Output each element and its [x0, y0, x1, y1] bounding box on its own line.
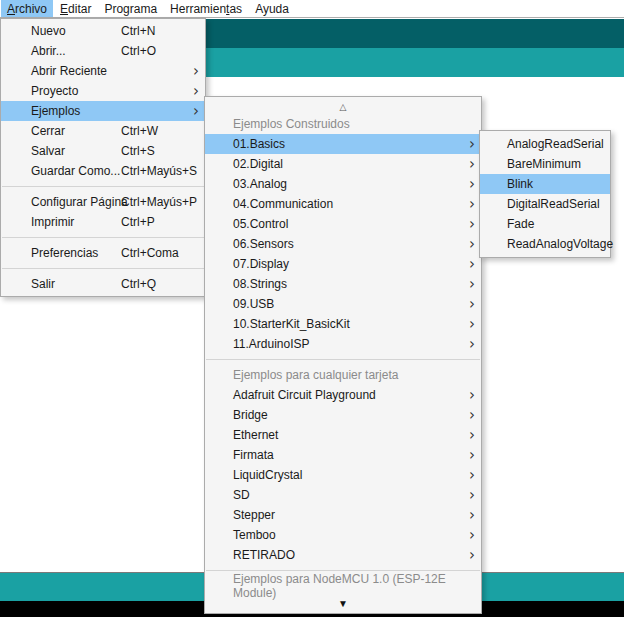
- menubar-label: rchivo: [15, 2, 47, 16]
- menu-item-label: 07.Display: [233, 257, 289, 271]
- examples-submenu: △ Ejemplos Construidos 01.Basics› 02.Dig…: [204, 96, 482, 614]
- menu-item-03-analog[interactable]: 03.Analog›: [205, 174, 481, 194]
- menu-item-label: Proyecto: [31, 84, 78, 98]
- menu-item-label: 06.Sensors: [233, 237, 294, 251]
- menu-item-label: BareMinimum: [507, 157, 581, 171]
- menu-item-firmata[interactable]: Firmata›: [205, 445, 481, 465]
- submenu-arrow-icon: ›: [469, 295, 475, 313]
- submenu-arrow-icon: ›: [469, 235, 475, 253]
- menu-separator: [2, 237, 204, 238]
- menu-item-label: Ethernet: [233, 428, 278, 442]
- menu-item-label: Ejemplos: [31, 104, 80, 118]
- section-header-label: Ejemplos para cualquier tarjeta: [233, 368, 398, 382]
- menu-item-08-strings[interactable]: 08.Strings›: [205, 274, 481, 294]
- menu-item-label: 10.StarterKit_BasicKit: [233, 317, 350, 331]
- menu-item-shortcut: Ctrl+Q: [121, 277, 156, 291]
- menu-item-fade[interactable]: Fade: [480, 214, 610, 234]
- menu-item-shortcut: Ctrl+Mayús+S: [121, 164, 197, 178]
- menu-item-shortcut: Ctrl+P: [121, 215, 155, 229]
- menu-item-ethernet[interactable]: Ethernet›: [205, 425, 481, 445]
- menu-item-nuevo[interactable]: NuevoCtrl+N: [1, 21, 205, 41]
- submenu-arrow-icon: ›: [469, 506, 475, 524]
- menu-item-shortcut: Ctrl+O: [121, 44, 156, 58]
- section-header-any-board: Ejemplos para cualquier tarjeta: [205, 365, 481, 385]
- menu-item-proyecto[interactable]: Proyecto›: [1, 81, 205, 101]
- menu-item-abrir[interactable]: Abrir...Ctrl+O: [1, 41, 205, 61]
- menu-item-label: AnalogReadSerial: [507, 137, 604, 151]
- menu-item-stepper[interactable]: Stepper›: [205, 505, 481, 525]
- menu-item-label: Bridge: [233, 408, 268, 422]
- menu-item-cerrar[interactable]: CerrarCtrl+W: [1, 121, 205, 141]
- menu-item-guardar-como[interactable]: Guardar Como...Ctrl+Mayús+S: [1, 161, 205, 181]
- menu-item-label: Preferencias: [31, 246, 98, 260]
- submenu-arrow-icon: ›: [469, 446, 475, 464]
- menu-item-readanalogvoltage[interactable]: ReadAnalogVoltage: [480, 234, 610, 254]
- menu-item-01-basics[interactable]: 01.Basics›: [205, 134, 481, 154]
- menu-item-label: ReadAnalogVoltage: [507, 237, 613, 251]
- menu-item-temboo[interactable]: Temboo›: [205, 525, 481, 545]
- menu-item-10-starterkit[interactable]: 10.StarterKit_BasicKit›: [205, 314, 481, 334]
- menu-item-02-digital[interactable]: 02.Digital›: [205, 154, 481, 174]
- submenu-arrow-icon: ›: [469, 175, 475, 193]
- menu-item-shortcut: Ctrl+N: [121, 24, 155, 38]
- menu-item-label: 05.Control: [233, 217, 288, 231]
- menu-item-abrir-reciente[interactable]: Abrir Reciente›: [1, 61, 205, 81]
- menu-item-label: DigitalReadSerial: [507, 197, 600, 211]
- section-header-board: Ejemplos para NodeMCU 1.0 (ESP-12E Modul…: [205, 576, 481, 596]
- submenu-arrow-icon: ›: [469, 155, 475, 173]
- menu-item-liquidcrystal[interactable]: LiquidCrystal›: [205, 465, 481, 485]
- menubar-item-programa[interactable]: Programa: [98, 0, 163, 17]
- scroll-up-icon[interactable]: △: [205, 99, 481, 114]
- menu-item-label: Blink: [507, 177, 533, 191]
- menu-item-analogreadserial[interactable]: AnalogReadSerial: [480, 134, 610, 154]
- menu-item-bridge[interactable]: Bridge›: [205, 405, 481, 425]
- menu-item-bareminimum[interactable]: BareMinimum: [480, 154, 610, 174]
- menu-item-label: Imprimir: [31, 215, 74, 229]
- menubar-label-accel: E: [60, 2, 68, 16]
- menubar-item-editar[interactable]: Editar: [54, 0, 97, 17]
- menu-item-ejemplos[interactable]: Ejemplos›: [1, 101, 205, 121]
- menu-item-label: Abrir Reciente: [31, 64, 107, 78]
- menu-item-label: 02.Digital: [233, 157, 283, 171]
- menu-separator: [2, 186, 204, 187]
- menu-item-label: LiquidCrystal: [233, 468, 302, 482]
- menu-item-blink[interactable]: Blink: [480, 174, 610, 194]
- menu-item-06-sensors[interactable]: 06.Sensors›: [205, 234, 481, 254]
- menu-item-label: Salir: [31, 277, 55, 291]
- menu-item-11-arduinoisp[interactable]: 11.ArduinoISP›: [205, 334, 481, 354]
- menu-item-05-control[interactable]: 05.Control›: [205, 214, 481, 234]
- menubar-item-ayuda[interactable]: Ayuda: [249, 0, 295, 17]
- submenu-arrow-icon: ›: [469, 215, 475, 233]
- submenu-arrow-icon: ›: [469, 426, 475, 444]
- menubar-item-herramientas[interactable]: Herramientas: [164, 0, 248, 17]
- submenu-arrow-icon: ›: [469, 486, 475, 504]
- menu-item-salir[interactable]: SalirCtrl+Q: [1, 274, 205, 294]
- menu-item-digitalreadserial[interactable]: DigitalReadSerial: [480, 194, 610, 214]
- menu-item-preferencias[interactable]: PreferenciasCtrl+Coma: [1, 243, 205, 263]
- submenu-arrow-icon: ›: [193, 62, 199, 80]
- menu-item-04-communication[interactable]: 04.Communication›: [205, 194, 481, 214]
- section-header-builtin: Ejemplos Construidos: [205, 114, 481, 134]
- menu-item-imprimir[interactable]: ImprimirCtrl+P: [1, 212, 205, 232]
- menu-item-label: Salvar: [31, 144, 65, 158]
- menu-item-07-display[interactable]: 07.Display›: [205, 254, 481, 274]
- menu-item-salvar[interactable]: SalvarCtrl+S: [1, 141, 205, 161]
- menu-item-label: Firmata: [233, 448, 274, 462]
- menu-item-09-usb[interactable]: 09.USB›: [205, 294, 481, 314]
- menubar-label: Herramien: [170, 2, 226, 16]
- menu-item-shortcut: Ctrl+Coma: [121, 246, 179, 260]
- menu-item-label: Abrir...: [31, 44, 66, 58]
- menubar-label: ditar: [68, 2, 91, 16]
- menu-separator: [206, 570, 480, 571]
- menu-item-shortcut: Ctrl+S: [121, 144, 155, 158]
- menu-item-label: 04.Communication: [233, 197, 333, 211]
- menu-item-configurar-pagina[interactable]: Configurar PáginaCtrl+Mayús+P: [1, 192, 205, 212]
- menu-item-adafruit-circuit-playground[interactable]: Adafruit Circuit Playground›: [205, 385, 481, 405]
- menubar-item-archivo[interactable]: Archivo: [1, 0, 53, 17]
- menu-item-label: Fade: [507, 217, 534, 231]
- basics-submenu: AnalogReadSerial BareMinimum Blink Digit…: [479, 130, 611, 258]
- menubar-label-accel: A: [7, 2, 15, 16]
- menu-item-sd[interactable]: SD›: [205, 485, 481, 505]
- menu-item-retirado[interactable]: RETIRADO›: [205, 545, 481, 565]
- menu-item-label: Cerrar: [31, 124, 65, 138]
